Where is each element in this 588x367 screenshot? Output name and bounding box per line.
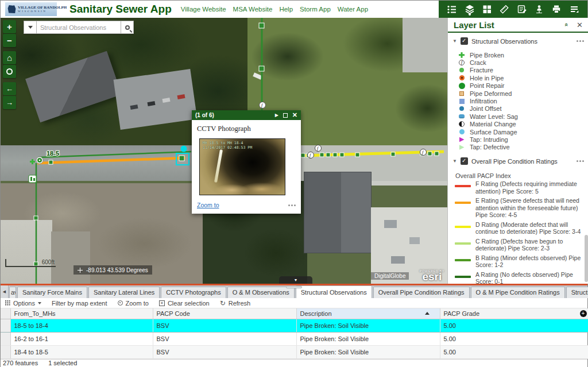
popup-header[interactable]: (1 of 6) ▶ ✕ [192, 110, 301, 120]
layer-options-icon[interactable] [577, 160, 584, 162]
chevron-down-icon[interactable]: ▼ [452, 159, 457, 164]
pipe-marker[interactable] [34, 216, 38, 220]
pipe-marker[interactable] [49, 160, 53, 164]
logo-line2: WISCONSIN [18, 10, 67, 13]
pipe-marker[interactable] [428, 152, 432, 156]
menu-icon[interactable] [568, 3, 580, 15]
pipe-broken-marker[interactable] [30, 159, 35, 164]
pipe-marker[interactable] [259, 23, 264, 28]
column-pacp-grade[interactable]: PACP Grade+ [440, 308, 588, 319]
selected-feature-point[interactable] [181, 146, 187, 152]
layer-options-icon[interactable] [577, 40, 584, 42]
column-description[interactable]: Description [296, 308, 440, 319]
previous-extent-button[interactable]: ← [3, 82, 16, 95]
print-icon[interactable] [551, 3, 562, 15]
link-storm-app[interactable]: Storm App [300, 6, 331, 13]
tab-scroll-left[interactable]: ◀ [1, 285, 9, 298]
options-button[interactable]: Options [5, 300, 41, 307]
pipe-marker[interactable] [435, 152, 439, 156]
pipe-marker[interactable] [355, 153, 359, 157]
tab-om-pipe-condition-ratings[interactable]: O & M Pipe Condition Ratings [471, 287, 565, 298]
tab-overall-pipe-condition-ratings[interactable]: Overall Pipe Condition Ratings [373, 287, 470, 298]
search-icon [125, 25, 130, 30]
tab-cctv-photographs[interactable]: CCTV Photographs [161, 287, 226, 298]
pipe-marker[interactable] [301, 153, 305, 157]
lateral-icon[interactable] [29, 175, 36, 183]
table-tab-bar: ◀ avity Mains Sanitary Force Mains Sanit… [1, 285, 587, 298]
layer-checkbox[interactable] [461, 37, 468, 45]
search-button[interactable] [121, 21, 134, 34]
legend-icon[interactable] [446, 3, 458, 15]
tab-om-observations[interactable]: O & M Observations [227, 287, 295, 298]
refresh-button[interactable]: ↻Refresh [220, 300, 251, 307]
table-toolbar: Options Filter by map extent Zoom to ✕Cl… [1, 298, 587, 308]
legend-item: fCrack [448, 59, 588, 66]
zoom-to-link[interactable]: Zoom to [197, 202, 219, 208]
map-canvas[interactable]: f f f f [1, 18, 447, 284]
column-pacp-code[interactable]: PACP Code [153, 308, 296, 319]
table-collapse-handle[interactable]: ▼ [279, 276, 312, 284]
manhole-label: 18-5 [47, 150, 59, 157]
layer-checkbox[interactable] [461, 157, 468, 165]
column-options-icon[interactable]: + [580, 310, 587, 317]
near-me-icon[interactable] [533, 3, 545, 15]
pipe-marker[interactable] [326, 153, 330, 157]
measurement-icon[interactable] [498, 3, 510, 15]
panel-scrollbar[interactable] [585, 235, 588, 282]
row-selector[interactable] [1, 319, 10, 332]
report-icon[interactable] [516, 3, 528, 15]
zoom-in-button[interactable]: + [3, 20, 16, 33]
tab-sanitary-gravity-mains[interactable]: avity Mains [9, 287, 16, 298]
link-village-website[interactable]: Village Website [181, 6, 226, 13]
next-extent-button[interactable]: → [3, 96, 16, 109]
pipe-marker[interactable] [333, 153, 337, 157]
e-rated-pipe-segment[interactable] [37, 158, 185, 163]
row-selector[interactable] [1, 332, 10, 345]
column-from-to-mhs[interactable]: From_To_MHs [10, 308, 153, 319]
pipe-marker[interactable] [340, 153, 344, 157]
point-repair-icon [459, 83, 465, 89]
legend-item: Pipe Deformed [448, 90, 588, 97]
search-source-dropdown[interactable] [24, 21, 37, 34]
structural-legend: Pipe Broken fCrack Fracture Hole in Pipe… [448, 49, 588, 154]
infiltration-icon [459, 99, 465, 104]
basemap-gallery-icon[interactable] [481, 3, 493, 15]
legend-item: Joint Offset [448, 105, 588, 113]
layer-group-structural-observations[interactable]: ▼ Structural Observations [448, 33, 588, 49]
tab-sanitary-lateral-lines[interactable]: Sanitary Lateral Lines [88, 287, 160, 298]
close-panel-icon[interactable]: ✕ [577, 21, 583, 29]
table-row[interactable]: 18-4 to 18-5 BSV Pipe Broken: Soil Visib… [1, 345, 588, 358]
home-button[interactable]: ⌂ [3, 51, 16, 64]
row-selector[interactable] [1, 345, 10, 358]
pipe-marker[interactable] [320, 153, 324, 157]
clear-selection-button[interactable]: ✕Clear selection [159, 300, 210, 307]
next-feature-icon[interactable]: ▶ [275, 113, 278, 118]
filter-by-map-extent-button[interactable]: Filter by map extent [52, 300, 107, 307]
tab-sanitary-force-mains[interactable]: Sanitary Force Mains [17, 287, 87, 298]
layer-list-icon[interactable] [464, 3, 475, 15]
search-input[interactable] [37, 21, 121, 34]
panel-drag-handle[interactable] [286, 286, 302, 288]
table-row[interactable]: 18-5 to 18-4 BSV Pipe Broken: Soil Visib… [1, 319, 588, 332]
layer-group-overall-ratings[interactable]: ▼ Overall Pipe Condition Ratings [448, 154, 588, 169]
collapse-panel-icon[interactable]: « [563, 23, 570, 26]
gravity-main-west[interactable] [38, 152, 191, 157]
zoom-out-button[interactable]: − [3, 34, 16, 47]
pipe-marker[interactable] [259, 66, 264, 71]
tab-structural-pipe-condition-ratings[interactable]: Structural Pipe Condition Ratings [566, 287, 588, 298]
maximize-icon[interactable] [283, 113, 288, 118]
fracture-icon [459, 68, 464, 72]
chevron-down-icon[interactable]: ▼ [452, 38, 457, 44]
link-msa-website[interactable]: MSA Website [233, 6, 273, 13]
tab-structural-observations[interactable]: Structural Observations [296, 285, 372, 298]
layer-list-title: Layer List [454, 20, 565, 30]
close-icon[interactable]: ✕ [292, 112, 297, 118]
link-water-app[interactable]: Water App [338, 6, 368, 13]
zoom-to-button[interactable]: Zoom to [118, 300, 149, 307]
locate-button[interactable] [3, 65, 16, 78]
village-logo: VILLAGE OF RANDOLPH WISCONSIN [5, 2, 57, 16]
table-row[interactable]: 16-2 to 16-1 BSV Pipe Broken: Soil Visib… [1, 332, 588, 345]
link-help[interactable]: Help [279, 6, 293, 13]
pipe-marker[interactable] [391, 152, 395, 156]
popup-more-icon[interactable] [288, 204, 296, 206]
